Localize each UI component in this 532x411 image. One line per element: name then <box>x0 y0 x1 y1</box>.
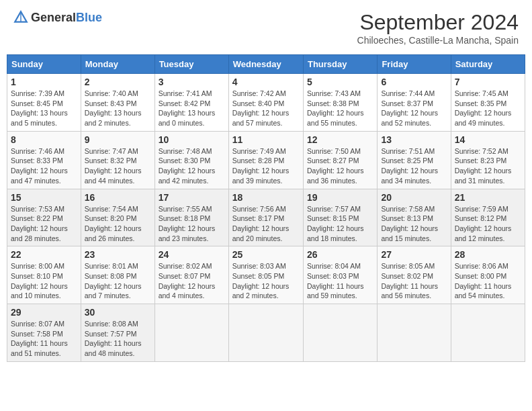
day-number: 24 <box>159 249 225 260</box>
empty-cell <box>154 304 228 362</box>
calendar-day-1: 1Sunrise: 7:39 AMSunset: 8:45 PMDaylight… <box>7 74 81 132</box>
logo-icon <box>13 10 28 25</box>
day-info: Sunrise: 7:56 AMSunset: 8:17 PMDaylight:… <box>232 204 300 244</box>
day-number: 10 <box>159 134 225 145</box>
calendar-day-16: 16Sunrise: 7:54 AMSunset: 8:20 PMDayligh… <box>81 189 154 246</box>
day-number: 1 <box>11 77 77 87</box>
day-number: 14 <box>455 134 521 145</box>
day-info: Sunrise: 7:39 AMSunset: 8:45 PMDaylight:… <box>11 89 77 128</box>
day-number: 22 <box>11 249 77 260</box>
calendar-day-12: 12Sunrise: 7:50 AMSunset: 8:27 PMDayligh… <box>303 131 377 189</box>
day-number: 6 <box>381 77 447 87</box>
day-info: Sunrise: 7:51 AMSunset: 8:25 PMDaylight:… <box>381 146 447 186</box>
day-info: Sunrise: 7:59 AMSunset: 8:12 PMDaylight:… <box>455 204 521 244</box>
day-number: 19 <box>307 192 373 203</box>
subtitle: Chiloeches, Castille-La Mancha, Spain <box>357 35 519 46</box>
day-info: Sunrise: 7:52 AMSunset: 8:23 PMDaylight:… <box>455 146 521 186</box>
weekday-header-sunday: Sunday <box>7 55 81 74</box>
day-info: Sunrise: 7:54 AMSunset: 8:20 PMDaylight:… <box>85 204 151 244</box>
calendar-day-21: 21Sunrise: 7:59 AMSunset: 8:12 PMDayligh… <box>451 189 525 246</box>
calendar-header-row: SundayMondayTuesdayWednesdayThursdayFrid… <box>7 55 525 74</box>
weekday-header-tuesday: Tuesday <box>154 55 228 74</box>
day-number: 27 <box>381 249 447 260</box>
day-info: Sunrise: 7:58 AMSunset: 8:13 PMDaylight:… <box>381 204 447 244</box>
main-title: September 2024 <box>357 10 519 35</box>
day-info: Sunrise: 7:55 AMSunset: 8:18 PMDaylight:… <box>159 204 225 244</box>
day-number: 5 <box>307 77 373 87</box>
day-number: 17 <box>159 192 225 203</box>
logo: GeneralBlue <box>13 10 102 25</box>
calendar-day-17: 17Sunrise: 7:55 AMSunset: 8:18 PMDayligh… <box>154 189 228 246</box>
day-number: 29 <box>11 307 77 318</box>
day-number: 3 <box>159 77 225 87</box>
calendar-day-20: 20Sunrise: 7:58 AMSunset: 8:13 PMDayligh… <box>378 189 451 246</box>
weekday-header-thursday: Thursday <box>303 55 377 74</box>
weekday-header-wednesday: Wednesday <box>228 55 303 74</box>
calendar-week-3: 15Sunrise: 7:53 AMSunset: 8:22 PMDayligh… <box>7 189 525 246</box>
day-info: Sunrise: 7:44 AMSunset: 8:37 PMDaylight:… <box>381 89 447 128</box>
calendar-day-30: 30Sunrise: 8:08 AMSunset: 7:57 PMDayligh… <box>81 304 154 362</box>
day-info: Sunrise: 7:41 AMSunset: 8:42 PMDaylight:… <box>159 89 225 128</box>
day-number: 28 <box>455 249 521 260</box>
calendar-week-1: 1Sunrise: 7:39 AMSunset: 8:45 PMDaylight… <box>7 74 525 132</box>
day-info: Sunrise: 7:42 AMSunset: 8:40 PMDaylight:… <box>232 89 300 128</box>
day-info: Sunrise: 7:40 AMSunset: 8:43 PMDaylight:… <box>85 89 151 128</box>
empty-cell <box>378 304 451 362</box>
day-number: 12 <box>307 134 373 145</box>
day-number: 25 <box>232 249 300 260</box>
day-info: Sunrise: 7:57 AMSunset: 8:15 PMDaylight:… <box>307 204 373 244</box>
day-info: Sunrise: 7:46 AMSunset: 8:33 PMDaylight:… <box>11 146 77 186</box>
day-info: Sunrise: 8:06 AMSunset: 8:00 PMDaylight:… <box>455 261 521 301</box>
day-number: 30 <box>85 307 151 318</box>
calendar-day-23: 23Sunrise: 8:01 AMSunset: 8:08 PMDayligh… <box>81 246 154 304</box>
logo-blue: Blue <box>76 11 102 24</box>
day-info: Sunrise: 8:05 AMSunset: 8:02 PMDaylight:… <box>381 261 447 301</box>
calendar-day-18: 18Sunrise: 7:56 AMSunset: 8:17 PMDayligh… <box>228 189 303 246</box>
calendar-week-5: 29Sunrise: 8:07 AMSunset: 7:58 PMDayligh… <box>7 304 525 362</box>
day-info: Sunrise: 8:03 AMSunset: 8:05 PMDaylight:… <box>232 261 300 301</box>
weekday-header-friday: Friday <box>378 55 451 74</box>
calendar-day-29: 29Sunrise: 8:07 AMSunset: 7:58 PMDayligh… <box>7 304 81 362</box>
day-number: 26 <box>307 249 373 260</box>
empty-cell <box>451 304 525 362</box>
day-info: Sunrise: 8:08 AMSunset: 7:57 PMDaylight:… <box>85 319 151 359</box>
calendar-day-19: 19Sunrise: 7:57 AMSunset: 8:15 PMDayligh… <box>303 189 377 246</box>
day-number: 11 <box>232 134 300 145</box>
calendar-day-9: 9Sunrise: 7:47 AMSunset: 8:32 PMDaylight… <box>81 131 154 189</box>
calendar-day-26: 26Sunrise: 8:04 AMSunset: 8:03 PMDayligh… <box>303 246 377 304</box>
calendar-day-7: 7Sunrise: 7:45 AMSunset: 8:35 PMDaylight… <box>451 74 525 132</box>
weekday-header-saturday: Saturday <box>451 55 525 74</box>
day-info: Sunrise: 7:48 AMSunset: 8:30 PMDaylight:… <box>159 146 225 186</box>
calendar-day-13: 13Sunrise: 7:51 AMSunset: 8:25 PMDayligh… <box>378 131 451 189</box>
calendar-day-25: 25Sunrise: 8:03 AMSunset: 8:05 PMDayligh… <box>228 246 303 304</box>
empty-cell <box>228 304 303 362</box>
calendar-day-24: 24Sunrise: 8:02 AMSunset: 8:07 PMDayligh… <box>154 246 228 304</box>
day-number: 18 <box>232 192 300 203</box>
calendar-week-2: 8Sunrise: 7:46 AMSunset: 8:33 PMDaylight… <box>7 131 525 189</box>
day-info: Sunrise: 8:07 AMSunset: 7:58 PMDaylight:… <box>11 319 77 359</box>
calendar-day-28: 28Sunrise: 8:06 AMSunset: 8:00 PMDayligh… <box>451 246 525 304</box>
day-info: Sunrise: 7:43 AMSunset: 8:38 PMDaylight:… <box>307 89 373 128</box>
day-info: Sunrise: 8:00 AMSunset: 8:10 PMDaylight:… <box>11 261 77 301</box>
logo-general: General <box>31 11 76 24</box>
calendar-day-27: 27Sunrise: 8:05 AMSunset: 8:02 PMDayligh… <box>378 246 451 304</box>
calendar-day-5: 5Sunrise: 7:43 AMSunset: 8:38 PMDaylight… <box>303 74 377 132</box>
empty-cell <box>303 304 377 362</box>
day-info: Sunrise: 7:47 AMSunset: 8:32 PMDaylight:… <box>85 146 151 186</box>
title-block: September 2024 Chiloeches, Castille-La M… <box>357 10 519 46</box>
calendar-day-14: 14Sunrise: 7:52 AMSunset: 8:23 PMDayligh… <box>451 131 525 189</box>
day-info: Sunrise: 8:02 AMSunset: 8:07 PMDaylight:… <box>159 261 225 301</box>
calendar-day-6: 6Sunrise: 7:44 AMSunset: 8:37 PMDaylight… <box>378 74 451 132</box>
day-number: 15 <box>11 192 77 203</box>
calendar-table: SundayMondayTuesdayWednesdayThursdayFrid… <box>7 54 525 362</box>
calendar-day-15: 15Sunrise: 7:53 AMSunset: 8:22 PMDayligh… <box>7 189 81 246</box>
day-info: Sunrise: 7:49 AMSunset: 8:28 PMDaylight:… <box>232 146 300 186</box>
day-info: Sunrise: 8:04 AMSunset: 8:03 PMDaylight:… <box>307 261 373 301</box>
calendar-day-10: 10Sunrise: 7:48 AMSunset: 8:30 PMDayligh… <box>154 131 228 189</box>
calendar-day-22: 22Sunrise: 8:00 AMSunset: 8:10 PMDayligh… <box>7 246 81 304</box>
day-info: Sunrise: 7:53 AMSunset: 8:22 PMDaylight:… <box>11 204 77 244</box>
calendar-day-3: 3Sunrise: 7:41 AMSunset: 8:42 PMDaylight… <box>154 74 228 132</box>
day-number: 7 <box>455 77 521 87</box>
calendar-day-8: 8Sunrise: 7:46 AMSunset: 8:33 PMDaylight… <box>7 131 81 189</box>
day-number: 20 <box>381 192 447 203</box>
